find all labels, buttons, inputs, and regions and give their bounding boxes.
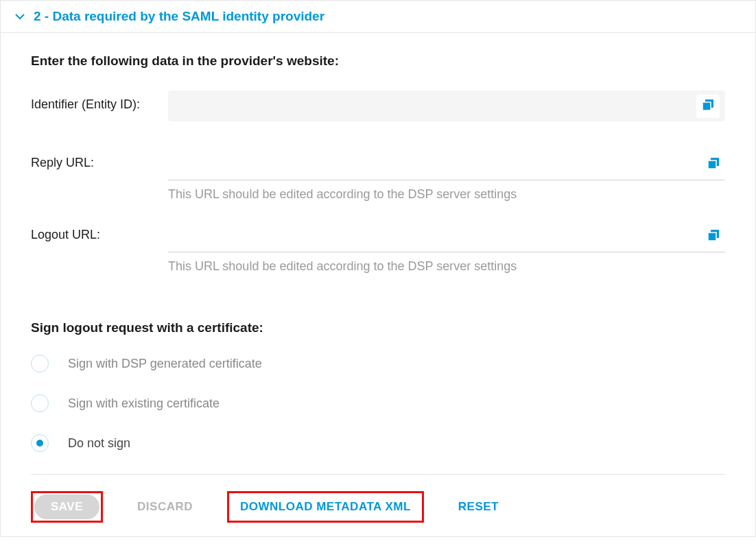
radio-icon xyxy=(31,394,49,412)
reset-button[interactable]: RESET xyxy=(449,495,508,519)
radio-icon xyxy=(31,355,49,372)
identifier-input-wrap xyxy=(168,91,725,121)
saml-data-panel: 2 - Data required by the SAML identity p… xyxy=(0,0,756,537)
panel-header[interactable]: 2 - Data required by the SAML identity p… xyxy=(1,1,755,33)
radio-label: Do not sign xyxy=(68,436,130,451)
reply-url-row: Reply URL: This URL should be edited acc… xyxy=(31,149,725,221)
reply-url-input[interactable] xyxy=(168,149,696,180)
identifier-label: Identifier (Entity ID): xyxy=(31,91,168,112)
radio-do-not-sign[interactable]: Do not sign xyxy=(31,434,725,452)
logout-url-input-wrap xyxy=(168,221,725,252)
discard-button[interactable]: DISCARD xyxy=(128,495,202,519)
reply-url-label: Reply URL: xyxy=(31,149,168,170)
radio-sign-dsp-generated[interactable]: Sign with DSP generated certificate xyxy=(31,355,725,372)
copy-icon xyxy=(706,156,721,174)
panel-body: Enter the following data in the provider… xyxy=(1,33,755,536)
radio-label: Sign with existing certificate xyxy=(68,396,220,411)
radio-label: Sign with DSP generated certificate xyxy=(68,357,262,371)
radio-icon xyxy=(31,434,49,452)
logout-url-label: Logout URL: xyxy=(31,221,168,242)
svg-rect-1 xyxy=(702,102,711,110)
divider xyxy=(31,474,725,475)
copy-icon xyxy=(700,97,716,115)
copy-reply-url-button[interactable] xyxy=(702,153,725,176)
logout-url-row: Logout URL: This URL should be edited ac… xyxy=(31,221,725,293)
chevron-down-icon xyxy=(14,11,25,22)
identifier-input[interactable] xyxy=(168,91,691,121)
actions-row: SAVE DISCARD DOWNLOAD METADATA XML RESET xyxy=(31,491,725,523)
save-highlight: SAVE xyxy=(31,491,103,523)
download-highlight: DOWNLOAD METADATA XML xyxy=(227,491,424,523)
panel-title: 2 - Data required by the SAML identity p… xyxy=(34,9,324,24)
download-metadata-button[interactable]: DOWNLOAD METADATA XML xyxy=(231,495,421,519)
copy-logout-url-button[interactable] xyxy=(702,225,725,248)
logout-url-input[interactable] xyxy=(168,221,696,252)
sign-section-title: Sign logout request with a certificate: xyxy=(31,320,725,335)
save-button[interactable]: SAVE xyxy=(34,495,99,519)
copy-icon xyxy=(706,228,721,246)
radio-sign-existing[interactable]: Sign with existing certificate xyxy=(31,394,725,412)
reply-url-input-wrap xyxy=(168,149,725,180)
logout-url-hint: This URL should be edited according to t… xyxy=(168,259,725,274)
svg-rect-5 xyxy=(708,233,716,241)
svg-rect-3 xyxy=(708,161,716,169)
copy-identifier-button[interactable] xyxy=(696,95,720,118)
intro-text: Enter the following data in the provider… xyxy=(31,54,725,69)
reply-url-hint: This URL should be edited according to t… xyxy=(168,187,725,202)
identifier-row: Identifier (Entity ID): xyxy=(31,91,725,121)
